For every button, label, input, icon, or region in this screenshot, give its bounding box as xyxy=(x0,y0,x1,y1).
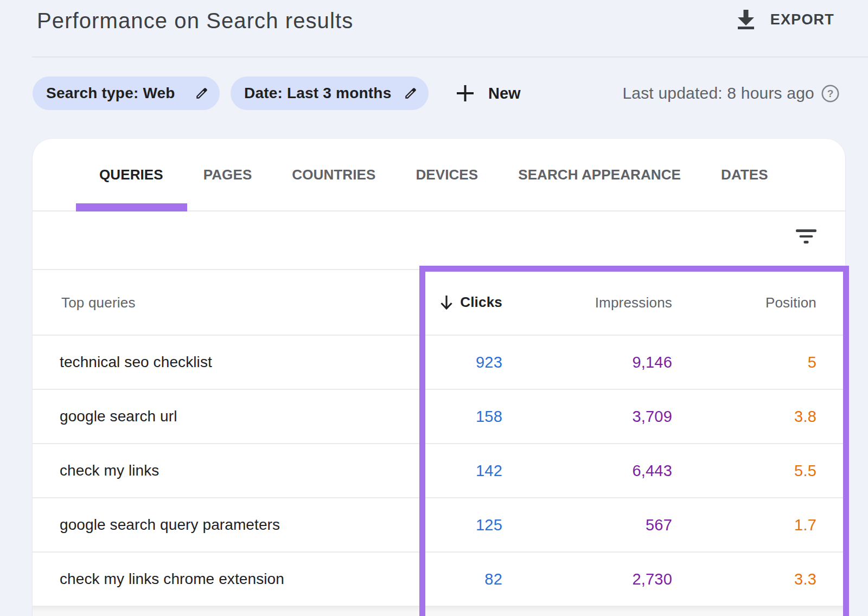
tab-pages[interactable]: PAGES xyxy=(203,166,252,183)
clicks-cell: 158 xyxy=(476,408,502,426)
table-row[interactable]: google search query parameters 125 567 1… xyxy=(33,497,845,551)
impressions-cell: 567 xyxy=(646,516,672,534)
impressions-cell: 3,709 xyxy=(632,408,672,426)
column-header-impressions[interactable]: Impressions xyxy=(595,294,672,311)
clicks-cell: 923 xyxy=(476,354,502,371)
table-row[interactable]: check my links 142 6,443 5.5 xyxy=(33,443,845,497)
filter-rows-button[interactable] xyxy=(796,229,816,243)
dimension-tabs: QUERIES PAGES COUNTRIES DEVICES SEARCH A… xyxy=(33,139,845,210)
help-icon[interactable]: ? xyxy=(821,85,839,102)
filter-bar xyxy=(804,241,809,243)
impressions-cell: 6,443 xyxy=(632,462,672,480)
position-cell: 3.8 xyxy=(794,408,816,426)
clicks-cell: 125 xyxy=(476,516,502,534)
search-type-chip[interactable]: Search type: Web xyxy=(33,76,220,110)
tab-search-appearance[interactable]: SEARCH APPEARANCE xyxy=(518,166,681,183)
new-filter-button[interactable]: New xyxy=(457,79,521,107)
query-cell[interactable]: google search query parameters xyxy=(60,516,280,534)
export-button[interactable]: EXPORT xyxy=(738,10,834,29)
query-cell[interactable]: google search url xyxy=(60,408,177,425)
impressions-cell: 9,146 xyxy=(632,354,672,371)
position-cell: 5 xyxy=(808,354,816,371)
column-header-position[interactable]: Position xyxy=(765,294,816,311)
last-updated-status: Last updated: 8 hours ago ? xyxy=(622,79,839,107)
filter-bar xyxy=(800,235,813,238)
header-divider xyxy=(32,56,868,57)
table-row[interactable]: google search url 158 3,709 3.8 xyxy=(33,389,845,443)
last-updated-text: Last updated: 8 hours ago xyxy=(622,84,814,102)
table-footer-strip xyxy=(33,606,845,616)
table-body: technical seo checklist 923 9,146 5 goog… xyxy=(33,335,845,606)
queries-tab-underline-annotation xyxy=(76,203,187,211)
tab-queries[interactable]: QUERIES xyxy=(99,166,163,183)
export-label: EXPORT xyxy=(770,11,834,28)
query-cell[interactable]: check my links chrome extension xyxy=(60,570,284,588)
search-type-chip-label: Search type: Web xyxy=(46,85,175,102)
pencil-icon xyxy=(404,86,418,100)
filter-bar xyxy=(796,229,816,232)
arrow-down-icon xyxy=(438,294,455,311)
query-cell[interactable]: check my links xyxy=(60,462,159,479)
column-header-clicks[interactable]: Clicks xyxy=(438,294,502,311)
column-header-top-queries[interactable]: Top queries xyxy=(61,294,136,311)
tab-dates[interactable]: DATES xyxy=(721,166,768,183)
new-button-label: New xyxy=(488,85,521,102)
svg-text:?: ? xyxy=(827,88,834,99)
tab-countries[interactable]: COUNTRIES xyxy=(292,166,375,183)
pencil-icon xyxy=(195,86,209,100)
position-cell: 1.7 xyxy=(794,516,816,534)
impressions-cell: 2,730 xyxy=(632,570,672,588)
download-icon xyxy=(738,10,754,29)
table-row[interactable]: check my links chrome extension 82 2,730… xyxy=(33,551,845,606)
tab-devices[interactable]: DEVICES xyxy=(416,166,478,183)
table-row[interactable]: technical seo checklist 923 9,146 5 xyxy=(33,335,845,389)
plus-icon xyxy=(457,85,474,101)
table-header-row: Top queries Clicks Impressions Position xyxy=(33,270,845,335)
page-title: Performance on Search results xyxy=(37,9,353,33)
date-range-chip-label: Date: Last 3 months xyxy=(244,85,391,102)
clicks-cell: 82 xyxy=(484,570,502,588)
position-cell: 5.5 xyxy=(794,462,816,480)
clicks-cell: 142 xyxy=(476,462,502,480)
search-console-performance-page: Performance on Search results EXPORT Sea… xyxy=(0,0,868,616)
date-range-chip[interactable]: Date: Last 3 months xyxy=(231,76,429,110)
query-cell[interactable]: technical seo checklist xyxy=(60,354,212,371)
clicks-header-label: Clicks xyxy=(460,294,502,311)
position-cell: 3.3 xyxy=(794,570,816,588)
